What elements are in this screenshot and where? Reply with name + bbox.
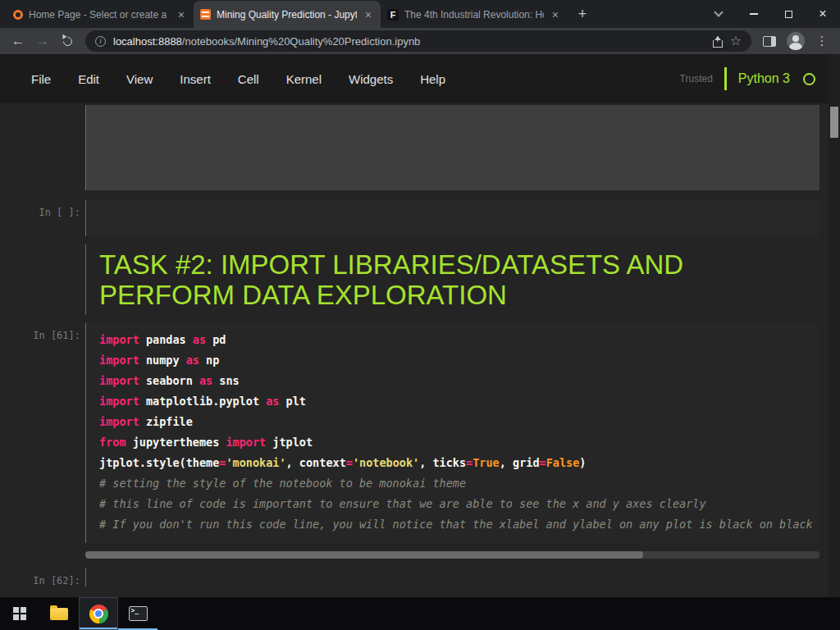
- markdown-rendered-area[interactable]: TASK #2: IMPORT LIBRARIES/DATASETS AND P…: [85, 244, 819, 315]
- code-line: jtplot.style(theme='monokai', context='n…: [99, 453, 819, 473]
- minimize-button[interactable]: [737, 0, 771, 28]
- notebook-body: In [ ]: TASK #2: IMPORT LIBRARIES/DATASE…: [0, 103, 840, 597]
- menu-file[interactable]: File: [31, 72, 51, 86]
- next-code-cell[interactable]: In [62]:: [16, 568, 819, 587]
- tab-title: Mining Quality Prediction - Jupyt: [217, 9, 357, 21]
- new-tab-button[interactable]: +: [571, 2, 594, 25]
- kebab-menu-icon: ⋮: [816, 34, 829, 48]
- minimize-icon: [750, 13, 758, 15]
- code-line: import matplotlib.pyplot as plt: [99, 391, 819, 412]
- tab-search-chevron-icon[interactable]: [714, 7, 723, 16]
- screen: Home Page - Select or create a n × Minin…: [0, 0, 840, 630]
- kernel-idle-icon: [803, 73, 815, 85]
- code-line: # If you don't run this code line, you w…: [99, 514, 819, 535]
- url-host: localhost:8888: [113, 35, 182, 48]
- code-line: import pandas as pd: [99, 330, 819, 350]
- maximize-button[interactable]: [771, 0, 806, 28]
- trusted-badge: Trusted: [680, 73, 713, 84]
- bookmark-star-icon[interactable]: ☆: [730, 34, 742, 48]
- cell-prompt: [16, 244, 85, 315]
- address-bar[interactable]: i localhost:8888/notebooks/Mining%20Qual…: [85, 30, 751, 52]
- jupyter-notebook-icon: [200, 9, 211, 20]
- markdown-cell[interactable]: TASK #2: IMPORT LIBRARIES/DATASETS AND P…: [16, 244, 819, 315]
- jupyter-logo-icon: [13, 10, 23, 20]
- jupyter-page: File Edit View Insert Cell Kernel Widget…: [0, 54, 840, 597]
- menu-widgets[interactable]: Widgets: [349, 72, 393, 86]
- kernel-divider: [724, 67, 727, 90]
- windows-logo-icon: [13, 607, 26, 620]
- task-heading-line1: TASK #2: IMPORT LIBRARIES/DATASETS AND: [99, 249, 819, 280]
- side-panel-icon: [763, 36, 776, 47]
- code-line: from jupyterthemes import jtplot: [99, 432, 819, 453]
- menu-cell[interactable]: Cell: [238, 72, 259, 86]
- menu-insert[interactable]: Insert: [180, 72, 211, 86]
- menu-edit[interactable]: Edit: [78, 72, 99, 86]
- jupyter-menubar: File Edit View Insert Cell Kernel Widget…: [0, 54, 840, 103]
- vertical-scrollbar-thumb[interactable]: [830, 107, 838, 138]
- code-line: # this line of code is important to ensu…: [99, 494, 819, 514]
- tab-4th-industrial-revolution[interactable]: F The 4th Industrial Revolution: Ho ×: [381, 1, 568, 28]
- refresh-button[interactable]: [56, 30, 79, 52]
- cell-prompt: In [ ]:: [16, 200, 85, 236]
- tab-title: Home Page - Select or create a n: [29, 9, 170, 21]
- side-panel-button[interactable]: [758, 30, 781, 52]
- code-line: # setting the style of the notebook to b…: [99, 473, 819, 494]
- cell-prompt: [16, 105, 85, 190]
- kernel-status-area: Trusted Python 3: [680, 67, 815, 90]
- cell-prompt: In [61]:: [16, 323, 85, 543]
- browser-tab-strip: Home Page - Select or create a n × Minin…: [0, 0, 840, 28]
- tab-close-icon[interactable]: ×: [363, 8, 374, 21]
- tab-close-icon[interactable]: ×: [550, 8, 561, 21]
- folder-icon: [50, 608, 68, 620]
- import-code-cell[interactable]: In [61]: import pandas as pdimport numpy…: [16, 323, 819, 543]
- facebook-icon: F: [387, 9, 399, 21]
- menu-help[interactable]: Help: [420, 72, 445, 86]
- file-explorer-button[interactable]: [39, 597, 79, 630]
- menu-items: File Edit View Insert Cell Kernel Widget…: [31, 72, 445, 86]
- next-code-editor[interactable]: [85, 568, 819, 587]
- browser-toolbar: ← → i localhost:8888/notebooks/Mining%20…: [0, 28, 840, 54]
- empty-code-cell[interactable]: In [ ]:: [16, 200, 819, 236]
- tab-mining-quality-prediction[interactable]: Mining Quality Prediction - Jupyt ×: [194, 1, 381, 28]
- task-heading-line2: PERFORM DATA EXPLORATION: [99, 280, 819, 310]
- tab-home-page[interactable]: Home Page - Select or create a n ×: [7, 1, 194, 28]
- previous-cell-area: [85, 105, 819, 190]
- menu-kernel[interactable]: Kernel: [286, 72, 322, 86]
- chrome-icon: [89, 605, 108, 623]
- forward-button[interactable]: →: [31, 30, 54, 52]
- close-button[interactable]: ×: [806, 0, 840, 28]
- start-button[interactable]: [0, 597, 39, 630]
- window-controls: ×: [709, 0, 840, 28]
- cell-output-area: [86, 105, 819, 190]
- site-info-icon[interactable]: i: [95, 36, 106, 47]
- menu-view[interactable]: View: [126, 72, 153, 86]
- profile-avatar[interactable]: [787, 32, 805, 50]
- horizontal-scrollbar[interactable]: [85, 551, 819, 559]
- url-text: localhost:8888/notebooks/Mining%20Qualit…: [113, 35, 705, 48]
- windows-taskbar: >_: [0, 597, 840, 630]
- vertical-scrollbar[interactable]: [829, 54, 840, 597]
- refresh-icon: [61, 34, 74, 48]
- maximize-icon: [785, 11, 792, 18]
- url-path: /notebooks/Mining%20Quality%20Prediction…: [182, 35, 421, 48]
- terminal-taskbar-button[interactable]: >_: [118, 597, 158, 630]
- tab-close-icon[interactable]: ×: [176, 8, 187, 21]
- tab-title: The 4th Industrial Revolution: Ho: [404, 9, 544, 21]
- back-button[interactable]: ←: [7, 30, 30, 52]
- code-line: import zipfile: [99, 412, 819, 432]
- code-line: import seaborn as sns: [99, 371, 819, 391]
- share-icon[interactable]: [713, 40, 723, 48]
- chrome-taskbar-button[interactable]: [79, 597, 118, 630]
- terminal-icon: >_: [129, 606, 148, 621]
- code-editor[interactable]: import pandas as pdimport numpy as npimp…: [85, 323, 819, 543]
- browser-menu-button[interactable]: ⋮: [810, 30, 833, 52]
- previous-cell[interactable]: [16, 105, 819, 190]
- horizontal-scrollbar-thumb[interactable]: [85, 551, 643, 559]
- empty-code-editor[interactable]: [85, 200, 819, 236]
- cell-prompt: In [62]:: [16, 568, 85, 587]
- kernel-name: Python 3: [738, 71, 790, 86]
- code-line: import numpy as np: [99, 350, 819, 371]
- close-icon: ×: [819, 7, 826, 21]
